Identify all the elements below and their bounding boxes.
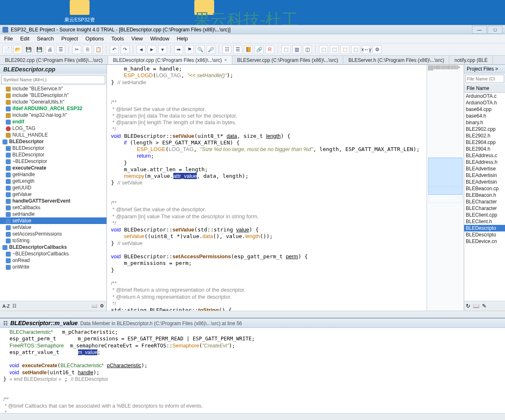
symbol-win-icon[interactable]: ⬚: [319, 45, 328, 54]
menu-edit[interactable]: Edit: [20, 35, 29, 42]
search-file-icon[interactable]: 🔎: [206, 45, 215, 54]
file-tab[interactable]: BLEServer.cpp (C:\Program Files (x86)\..…: [232, 56, 344, 64]
symbol-book-icon[interactable]: 📖: [92, 303, 97, 309]
tree-item[interactable]: setAccessPermissions: [0, 231, 106, 237]
file-tab[interactable]: BLEServer.h (C:\Program Files (x86)\...\…: [343, 56, 449, 64]
minimap[interactable]: ██████ ██ ██████ ████ ██ ████ ██████ ██ …: [427, 65, 464, 311]
project-file[interactable]: ArduinoOTA.c: [464, 93, 505, 99]
menu-file[interactable]: File: [4, 35, 13, 42]
tree-item[interactable]: ~BLEDescriptorCallbacks: [0, 250, 106, 257]
menu-help[interactable]: Help: [177, 35, 188, 42]
minimize-button[interactable]: —: [472, 26, 487, 34]
settings-icon[interactable]: ⚙: [373, 45, 382, 54]
code-hscroll[interactable]: [0, 311, 505, 318]
symbol-tree[interactable]: include "BLEService.h"include "BLEDescri…: [0, 85, 106, 301]
call-tree-icon[interactable]: ☷: [222, 45, 231, 54]
tree-item[interactable]: include "BLEService.h": [0, 85, 106, 92]
redo-icon[interactable]: ↷: [120, 45, 130, 54]
tree-item[interactable]: NULL_HANDLE: [0, 132, 106, 138]
maximize-button[interactable]: □: [488, 26, 503, 34]
search-icon[interactable]: 🔍: [196, 45, 205, 54]
project-file[interactable]: BLEClient.cpp: [464, 212, 505, 218]
compare-icon[interactable]: x↔y: [362, 45, 371, 54]
proj-pencil-icon[interactable]: ✎: [482, 303, 486, 309]
project-file[interactable]: BLEAdvertisin: [464, 179, 505, 185]
project-file[interactable]: base64.h: [464, 113, 505, 119]
tree-item[interactable]: setValue: [0, 217, 106, 224]
project-file[interactable]: base64.cpp: [464, 106, 505, 113]
rel-win-icon[interactable]: ⬚: [340, 45, 349, 54]
forward-icon[interactable]: ►: [147, 45, 156, 54]
tree-item[interactable]: LOG_TAG: [0, 125, 106, 132]
project-file[interactable]: BLEClient.h: [464, 218, 505, 225]
project-file[interactable]: BLEAdvertise: [464, 165, 505, 172]
menu-project[interactable]: Project: [61, 35, 78, 42]
sort-az-button[interactable]: A-Z: [2, 304, 10, 309]
tree-item[interactable]: BLEDescriptorCallbacks: [0, 244, 106, 250]
tree-item[interactable]: getLength: [0, 178, 106, 184]
project-file[interactable]: BLEAdvertisin: [464, 172, 505, 179]
tree-item[interactable]: handleGATTServerEvent: [0, 198, 106, 204]
open-icon[interactable]: 📂: [13, 45, 22, 54]
project-file[interactable]: BLE2904.h: [464, 146, 505, 152]
symbol-search-input[interactable]: [1, 75, 105, 84]
tree-item[interactable]: BLEDescriptor: [0, 151, 106, 158]
cascade-icon[interactable]: ◫: [303, 45, 312, 54]
reset-icon[interactable]: R: [265, 45, 274, 54]
history-icon[interactable]: ▾: [158, 45, 167, 54]
project-file[interactable]: BLEAddress.c: [464, 152, 505, 159]
horiz-tile-icon[interactable]: ⬚: [281, 45, 290, 54]
project-file[interactable]: BLE2902.cpp: [464, 126, 505, 132]
context-body[interactable]: BLECharacteristic* m_pCharacteristic; es…: [0, 328, 505, 413]
bookmark-icon[interactable]: ⚑: [185, 45, 194, 54]
list-icon[interactable]: ☰: [56, 45, 65, 54]
project-file[interactable]: BLE2902.h: [464, 132, 505, 139]
tree-item[interactable]: getValue: [0, 191, 106, 198]
menu-view[interactable]: View: [131, 35, 143, 42]
project-file[interactable]: BLEBeacon.cp: [464, 185, 505, 192]
desktop-icon[interactable]: 果云ESP32资: [61, 0, 98, 24]
save-icon[interactable]: 💾: [24, 45, 33, 54]
titlebar[interactable]: ESP32_BLE Project - Source Insight 4.0 T…: [0, 25, 505, 34]
menu-window[interactable]: Window: [150, 35, 169, 42]
project-file[interactable]: ArduinoOTA.h: [464, 99, 505, 106]
tree-item[interactable]: setValue: [0, 224, 106, 231]
code-editor[interactable]: m_handle = handle; ESP_LOGD(LOG_TAG, "<<…: [107, 65, 427, 311]
project-file[interactable]: BLEBeacon.h: [464, 192, 505, 198]
tree-item[interactable]: setCallbacks: [0, 204, 106, 211]
tree-item[interactable]: BLEDescriptor: [0, 145, 106, 151]
save-all-icon[interactable]: 💾: [35, 45, 44, 54]
back-icon[interactable]: ◄: [137, 45, 146, 54]
tree-item[interactable]: getHandle: [0, 171, 106, 178]
menu-options[interactable]: Options: [85, 35, 104, 42]
project-col-head[interactable]: File Name: [464, 84, 505, 93]
paste-icon[interactable]: 📋: [94, 45, 103, 54]
tree-item[interactable]: include "GeneralUtils.h": [0, 99, 106, 105]
print-icon[interactable]: 🖨: [45, 45, 54, 54]
file-tab[interactable]: BLEDescriptor.cpp (C:\Program Files (x86…: [108, 56, 232, 64]
clip-win-icon[interactable]: ⬚: [330, 45, 339, 54]
new-file-icon[interactable]: 📄: [2, 45, 12, 54]
tree-item[interactable]: getUUID: [0, 184, 106, 191]
proj-win-icon[interactable]: ⬚: [351, 45, 360, 54]
project-file[interactable]: BLEDescripto: [464, 225, 505, 231]
project-file[interactable]: binary.h: [464, 119, 505, 126]
tree-item[interactable]: toString: [0, 237, 106, 244]
project-search-input[interactable]: [465, 75, 504, 83]
tree-item[interactable]: onRead: [0, 257, 106, 264]
undo-icon[interactable]: ↶: [110, 45, 119, 54]
tree-item[interactable]: ~BLEDescriptor: [0, 158, 106, 165]
proj-book-icon[interactable]: 📖: [473, 303, 479, 309]
tree-item[interactable]: ifdef ARDUINO_ARCH_ESP32: [0, 105, 106, 112]
symbol-gear-icon[interactable]: ⚙: [100, 303, 104, 309]
relation-icon[interactable]: 🔗: [255, 45, 264, 54]
menu-tools[interactable]: Tools: [111, 35, 124, 42]
tree-item[interactable]: endif: [0, 118, 106, 125]
tree-item[interactable]: include "esp32-hal-log.h": [0, 112, 106, 118]
cut-icon[interactable]: ✂: [72, 45, 81, 54]
proj-refresh-icon[interactable]: ↻: [466, 303, 470, 309]
menu-search[interactable]: Search: [37, 35, 54, 42]
symbol-tool-icon[interactable]: ☷: [12, 303, 17, 309]
tree-item[interactable]: include "BLEDescriptor.h": [0, 92, 106, 99]
def-icon[interactable]: 📙: [244, 45, 253, 54]
